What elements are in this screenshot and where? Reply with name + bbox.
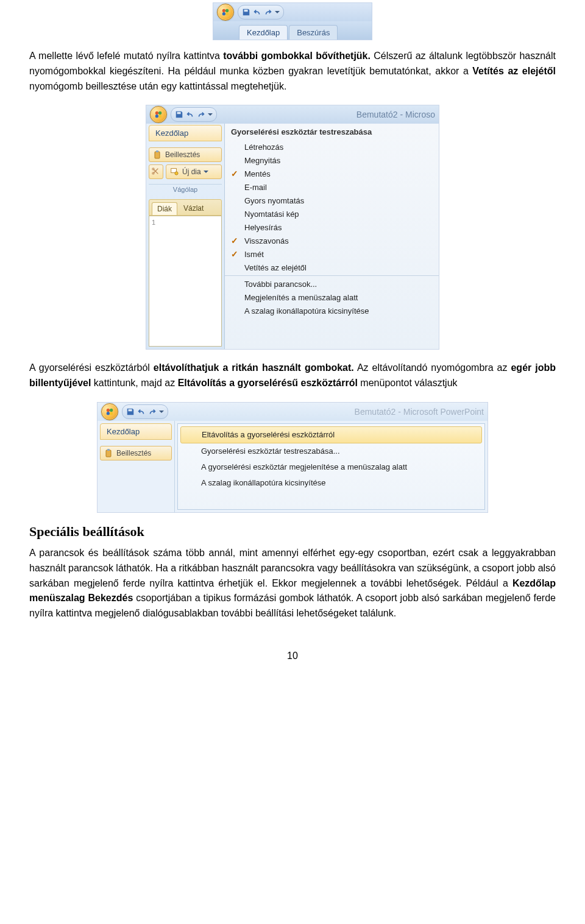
- section-heading-specialis: Speciális beállítások: [29, 524, 556, 540]
- window-titlebar: Bemutató2 - Microsoft PowerPoint: [98, 403, 488, 421]
- svg-rect-8: [155, 152, 160, 158]
- figure-context-menu: Bemutató2 - Microsoft PowerPoint Kezdőla…: [97, 402, 488, 513]
- dd-item-label: A szalag ikonállapotúra kicsinyítése: [244, 306, 369, 316]
- ribbon-tab-kezdolap: Kezdőlap: [100, 423, 172, 440]
- chevron-down-icon: [275, 11, 280, 16]
- check-icon: [230, 263, 239, 272]
- paste-button: Beillesztés: [149, 147, 222, 162]
- qat-customize-dropdown: Gyorselérési eszköztár testreszabása Lét…: [225, 124, 439, 349]
- svg-point-13: [175, 172, 178, 175]
- dd-item-label: Létrehozás: [244, 143, 283, 152]
- check-icon: [230, 209, 239, 219]
- svg-point-15: [110, 409, 113, 412]
- ctx-item-testreszabas: Gyorselérési eszköztár testreszabása...: [178, 443, 484, 459]
- window-titlebar: Bemutató2 - Microso: [146, 105, 439, 124]
- office-orb-icon: [150, 106, 167, 123]
- new-slide-label: Új dia: [182, 168, 201, 176]
- tab-kezdolap: Kezdőlap: [239, 25, 288, 40]
- dd-item-nyomtatasi-kep: Nyomtatási kép: [225, 207, 439, 220]
- new-slide-button: Új dia: [166, 164, 222, 179]
- dd-item-label: További parancsok...: [244, 280, 317, 289]
- text: A gyorselérési eszköztárból: [29, 362, 154, 373]
- undo-icon: [186, 110, 194, 119]
- group-label-clipboard: Vágólap: [149, 184, 222, 193]
- svg-point-16: [107, 412, 110, 415]
- paste-icon: [104, 448, 114, 458]
- minimize-ribbon-icon: [184, 478, 195, 488]
- svg-rect-19: [107, 449, 110, 451]
- undo-icon: [253, 8, 261, 16]
- paragraph-1: A mellette lévő lefelé mutató nyílra kat…: [29, 49, 556, 94]
- bold-text: Eltávolítás a gyorselérésű eszköztárról: [178, 378, 358, 388]
- paste-label: Beillesztés: [116, 449, 151, 457]
- figure-ribbon-tabs: Kezdőlap Beszúrás: [213, 2, 372, 40]
- svg-point-5: [158, 111, 161, 115]
- save-icon: [175, 110, 183, 119]
- show-below-icon: [184, 462, 195, 473]
- qat-titlebar: [213, 3, 372, 21]
- dd-item-visszavonas: ✓Visszavonás: [225, 234, 439, 247]
- dd-item-label: Megjelenítés a menüszalag alatt: [244, 293, 358, 302]
- paragraph-3: A parancsok és beállítások száma több an…: [29, 546, 556, 621]
- context-menu: Eltávolítás a gyorselérési eszköztárról …: [177, 423, 485, 510]
- office-orb-icon: [217, 4, 234, 21]
- tab-beszuras: Beszúrás: [289, 25, 338, 40]
- quick-access-toolbar: [238, 5, 284, 19]
- cut-button: [149, 164, 163, 179]
- paragraph-2: A gyorselérési eszköztárból eltávolíthat…: [29, 361, 556, 391]
- dd-item-megjelenites-alatt: Megjelenítés a menüszalag alatt: [225, 291, 439, 304]
- dd-item-megnyitas: Megnyitás: [225, 153, 439, 167]
- new-slide-icon: [170, 167, 180, 177]
- chevron-down-icon: [159, 411, 164, 415]
- check-icon: ✓: [230, 169, 239, 178]
- text: A mellette lévő lefelé mutató nyílra kat…: [29, 51, 223, 61]
- bold-text: Vetítés az elejétől: [472, 66, 556, 76]
- bold-text: eltávolíthatjuk a ritkán használt gombok…: [154, 362, 354, 373]
- outline-tabs: Diák Vázlat: [149, 199, 222, 216]
- check-icon: ✓: [230, 249, 239, 259]
- quick-access-toolbar: [171, 107, 217, 122]
- save-icon: [242, 8, 250, 16]
- dd-item-letrehozas: Létrehozás: [225, 140, 439, 153]
- svg-point-3: [225, 12, 229, 15]
- svg-point-0: [222, 9, 225, 12]
- text: kattintunk, majd az: [91, 378, 177, 388]
- svg-rect-18: [106, 450, 111, 457]
- text: menüpontot választjuk: [358, 378, 458, 388]
- quick-access-toolbar: [122, 404, 168, 419]
- chevron-down-icon: [208, 113, 213, 118]
- dd-item-label: Visszavonás: [244, 236, 289, 245]
- check-icon: [230, 182, 239, 192]
- check-icon: [230, 155, 239, 165]
- slide-thumbnail: [149, 216, 222, 347]
- ctx-item-szalag-kicsinyites: A szalag ikonállapotúra kicsinyítése: [178, 475, 484, 491]
- dd-item-label: Megnyitás: [244, 156, 280, 165]
- ctx-item-eltavolitas: Eltávolítás a gyorselérési eszköztárról: [180, 426, 482, 443]
- window-title: Bemutató2 - Microso: [356, 110, 435, 119]
- dd-item-tovabbi-parancsok: További parancsok...: [225, 275, 439, 291]
- dd-item-gyorsnyomtatas: Gyors nyomtatás: [225, 194, 439, 207]
- ctx-item-label: Eltávolítás a gyorselérési eszköztárról: [202, 430, 335, 439]
- dd-item-email: E-mail: [225, 180, 439, 194]
- check-icon: [230, 222, 239, 232]
- tab-diak: Diák: [152, 202, 177, 215]
- page-number: 10: [29, 651, 556, 661]
- dd-item-label: Ismét: [244, 250, 264, 259]
- svg-point-1: [225, 9, 229, 12]
- svg-point-4: [155, 111, 158, 115]
- dd-item-label: E-mail: [244, 183, 267, 192]
- tab-vazlat: Vázlat: [179, 202, 208, 215]
- ctx-item-megjelenites-alatt: A gyorselérési eszköztár megjelenítése a…: [178, 459, 484, 475]
- chevron-down-icon: [204, 171, 208, 175]
- dd-item-label: Mentés: [244, 169, 271, 178]
- paste-label: Beillesztés: [165, 150, 200, 159]
- dropdown-header: Gyorselérési eszköztár testreszabása: [225, 124, 439, 140]
- text: nyomógomb beillesztése után egy kattintá…: [29, 81, 286, 91]
- redo-icon: [148, 407, 157, 416]
- ribbon-tabs: Kezdőlap Beszúrás: [213, 21, 372, 40]
- undo-icon: [137, 407, 146, 416]
- dd-item-label: Gyors nyomtatás: [244, 196, 304, 205]
- customize-icon: [184, 446, 195, 457]
- paste-button: Beillesztés: [100, 446, 172, 460]
- dd-item-helyesiras: Helyesírás: [225, 220, 439, 234]
